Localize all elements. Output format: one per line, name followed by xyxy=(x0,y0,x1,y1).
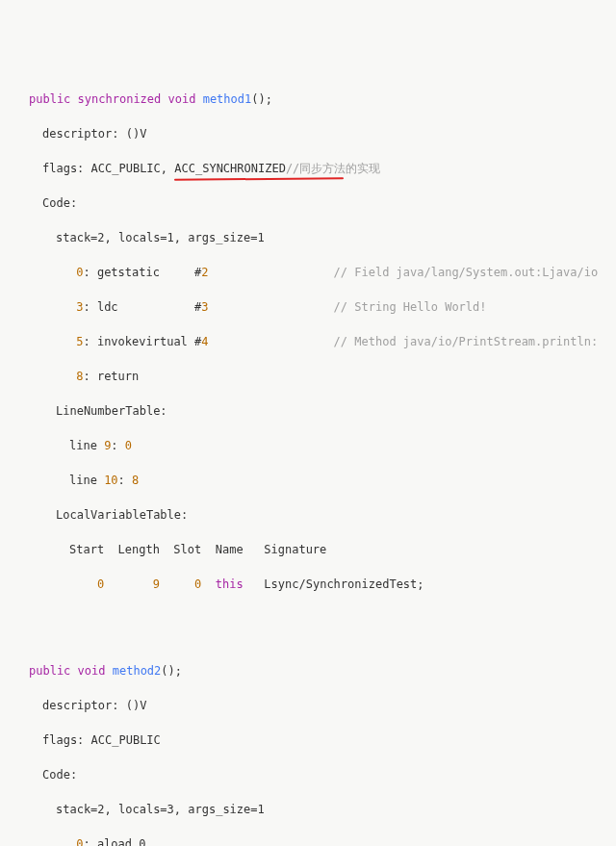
flag-synchronized: ACC_SYNCHRONIZED xyxy=(174,160,286,177)
method2-stack: stack=2, locals=3, args_size=1 xyxy=(12,801,616,818)
method1-flags: flags: ACC_PUBLIC, ACC_SYNCHRONIZED//同步方… xyxy=(12,160,616,177)
method1-signature: public synchronized void method1(); xyxy=(12,90,616,108)
lnt-row: line 10: 8 xyxy=(12,472,616,489)
lvt-header: Start Length Slot Name Signature xyxy=(12,541,616,558)
method2-flags: flags: ACC_PUBLIC xyxy=(12,731,616,749)
method2-signature: public void method2(); xyxy=(12,662,616,679)
method2-code-header: Code: xyxy=(12,766,616,783)
bytecode-line: 5: invokevirtual #4 // Method java/io/Pr… xyxy=(12,333,616,350)
bytecode-line: 0: getstatic #2 // Field java/lang/Syste… xyxy=(12,264,616,281)
bytecode-line: 0: aload_0 xyxy=(12,835,616,846)
method2-descriptor: descriptor: ()V xyxy=(12,697,616,714)
method1-stack: stack=2, locals=1, args_size=1 xyxy=(12,229,616,246)
bytecode-line: 3: ldc #3 // String Hello World! xyxy=(12,298,616,316)
lvt-row: 0 9 0 this Lsync/SynchronizedTest; xyxy=(12,576,616,593)
lnt-row: line 9: 0 xyxy=(12,437,616,454)
method1-linenumbertable: LineNumberTable: xyxy=(12,402,616,420)
method1-localvartable: LocalVariableTable: xyxy=(12,506,616,524)
bytecode-line: 8: return xyxy=(12,368,616,385)
method1-descriptor: descriptor: ()V xyxy=(12,125,616,142)
method1-code-header: Code: xyxy=(12,194,616,212)
